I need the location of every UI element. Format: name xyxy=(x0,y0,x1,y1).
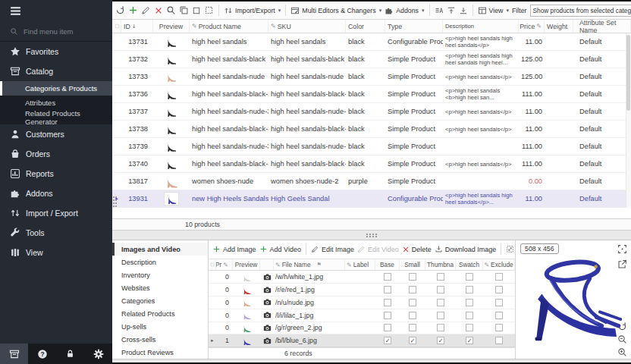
image-row[interactable]: 0 /l/i/lilac_1.jpg xyxy=(209,309,515,322)
hamburger-menu-icon[interactable] xyxy=(9,5,22,17)
image-row[interactable]: 0 /w/h/white_1.jpg xyxy=(209,271,515,284)
menu-search-input[interactable] xyxy=(24,27,99,36)
paste-icon[interactable] xyxy=(192,6,201,15)
table-row[interactable]: 13731 high heel sandals high heel sandal… xyxy=(112,33,631,51)
sidebar-item-customers[interactable]: Customers xyxy=(0,124,112,144)
thumbnail-checkbox[interactable] xyxy=(437,286,444,293)
exclude-checkbox[interactable] xyxy=(495,312,503,319)
edit-product-icon[interactable] xyxy=(141,5,151,15)
base-checkbox[interactable] xyxy=(384,324,391,331)
exclude-checkbox[interactable] xyxy=(495,273,503,281)
column-header-id[interactable]: ID↓ xyxy=(121,20,153,33)
column-header-preview[interactable]: Preview xyxy=(153,20,190,33)
base-checkbox[interactable] xyxy=(384,312,391,319)
base-checkbox[interactable] xyxy=(384,273,391,281)
table-row[interactable]: 13733 high heel sandals-nude high heel s… xyxy=(112,68,631,86)
copy-icon[interactable] xyxy=(179,5,189,15)
swatch-checkbox[interactable] xyxy=(466,312,473,319)
table-row-selected[interactable]: ▸ 13931 new High Heels Sandals High Geel… xyxy=(112,190,631,208)
tab-description[interactable]: Description xyxy=(112,256,208,268)
table-row[interactable]: 13740 high heel sandals-black-38 high he… xyxy=(112,155,631,173)
column-header-file-name[interactable]: ✎File Name⚑ xyxy=(274,259,345,271)
scrollbar-thumb[interactable] xyxy=(626,35,630,111)
sidebar-item-attributes[interactable]: Attributes xyxy=(0,96,112,110)
table-row[interactable]: 13817 women shoes-nude women shoes-nude-… xyxy=(112,173,631,190)
column-header-swatch[interactable]: Swatch xyxy=(456,259,483,271)
swatch-checkbox[interactable] xyxy=(466,299,473,306)
edit-image-button[interactable]: Edit Image xyxy=(311,245,354,253)
small-checkbox[interactable] xyxy=(409,312,416,319)
view-button[interactable]: View ▾ xyxy=(478,6,509,15)
image-row[interactable]: 0 /g/r/green_2.jpg xyxy=(209,322,515,335)
sidebar-item-reports[interactable]: Reports xyxy=(0,164,112,184)
column-header-sku[interactable]: ✎SKU xyxy=(268,20,346,33)
column-header-base[interactable]: Base xyxy=(375,259,400,271)
lock-button[interactable] xyxy=(56,349,84,359)
store-switcher-button[interactable] xyxy=(0,344,28,364)
add-product-icon[interactable] xyxy=(128,5,138,15)
add-video-button[interactable]: Add Video xyxy=(259,245,301,253)
table-row[interactable]: 13737 high heel sandals-nude-36 high hee… xyxy=(112,103,631,121)
add-image-button[interactable]: Add Image xyxy=(212,245,256,253)
sidebar-item-catalog[interactable]: Catalog xyxy=(0,61,112,81)
small-checkbox[interactable] xyxy=(409,324,416,331)
sidebar-item-import-export[interactable]: Import / Export xyxy=(0,203,112,223)
tab-inventory[interactable]: Inventory xyxy=(112,268,208,281)
splitter-grip[interactable] xyxy=(366,234,377,237)
settings-button[interactable] xyxy=(84,349,112,359)
column-header-description[interactable]: Description xyxy=(443,20,519,33)
set-resize-rule-button[interactable]: Set Resize Rule xyxy=(506,245,515,253)
table-row[interactable]: 13738 high heel sandals-black-37 high he… xyxy=(112,121,631,138)
column-header-type[interactable]: Type xyxy=(385,20,443,33)
base-checkbox[interactable] xyxy=(384,286,391,293)
expand-groups-icon[interactable] xyxy=(459,6,468,15)
base-checkbox[interactable] xyxy=(384,299,391,306)
sidebar-item-orders[interactable]: Orders xyxy=(0,144,112,164)
thumbnail-checkbox[interactable] xyxy=(437,324,444,331)
swatch-checkbox[interactable] xyxy=(466,273,473,281)
tab-images-and-video[interactable]: Images and Video xyxy=(112,243,208,256)
base-checkbox-checked[interactable] xyxy=(384,337,391,344)
multi-editors-button[interactable]: Multi Editors & Changers ▾ xyxy=(290,6,381,15)
help-button[interactable] xyxy=(28,349,56,359)
small-checkbox[interactable] xyxy=(409,299,416,306)
thumbnail-checkbox[interactable] xyxy=(437,312,444,319)
thumbnail-checkbox[interactable] xyxy=(437,273,444,281)
column-header-exclude[interactable]: ✎Exclude xyxy=(483,259,515,271)
tab-cross-sells[interactable]: Cross-sells xyxy=(112,333,208,346)
sidebar-item-tools[interactable]: Tools xyxy=(0,223,112,243)
column-header-color[interactable]: Color xyxy=(346,20,385,33)
sidebar-search[interactable] xyxy=(0,21,112,42)
import-export-button[interactable]: Import/Export ▾ xyxy=(224,6,281,15)
small-checkbox[interactable] xyxy=(409,273,416,281)
small-checkbox[interactable] xyxy=(409,286,416,293)
delete-product-icon[interactable] xyxy=(154,6,163,15)
swatch-checkbox[interactable] xyxy=(466,286,473,293)
tab-up-sells[interactable]: Up-sells xyxy=(112,320,208,333)
thumbnail-checkbox-checked[interactable] xyxy=(437,337,444,344)
sidebar-item-addons[interactable]: Addons xyxy=(0,184,112,203)
filter-select[interactable]: Show products from selected categories ▾ xyxy=(530,5,631,17)
swatch-checkbox[interactable] xyxy=(466,324,473,331)
paste-special-icon[interactable] xyxy=(204,5,214,15)
search-icon[interactable] xyxy=(166,5,176,15)
sidebar-item-view[interactable]: View xyxy=(0,243,112,262)
sidebar-item-favorites[interactable]: Favorites xyxy=(0,42,112,61)
column-header-attribute-set[interactable]: Attribute Set Name xyxy=(573,20,631,33)
table-row[interactable]: 13736 high heel sandals-black-36 high he… xyxy=(112,86,631,103)
thumbnail-checkbox[interactable] xyxy=(437,299,444,306)
tab-categories[interactable]: Categories xyxy=(112,294,208,307)
sidebar-item-related-products-generator[interactable]: Related Products Generator xyxy=(0,110,112,124)
column-header-weight[interactable]: Weight xyxy=(545,20,573,33)
tab-related-products[interactable]: Related Products xyxy=(112,307,208,320)
collapse-groups-icon[interactable] xyxy=(447,6,456,15)
column-header-label[interactable]: ✎Label xyxy=(345,259,375,271)
delete-image-button[interactable]: Delete xyxy=(402,246,432,253)
column-header-preview[interactable]: Preview xyxy=(233,259,260,271)
small-checkbox-checked[interactable] xyxy=(409,337,416,344)
image-row[interactable]: 0 /n/u/nude.jpg xyxy=(209,297,515,309)
sort-icon[interactable] xyxy=(435,6,444,15)
table-row[interactable]: 13732 high heel sandals-black high heel … xyxy=(112,51,631,68)
column-header-price[interactable]: Price✎ xyxy=(519,20,545,33)
vertical-scrollbar[interactable] xyxy=(626,33,631,208)
